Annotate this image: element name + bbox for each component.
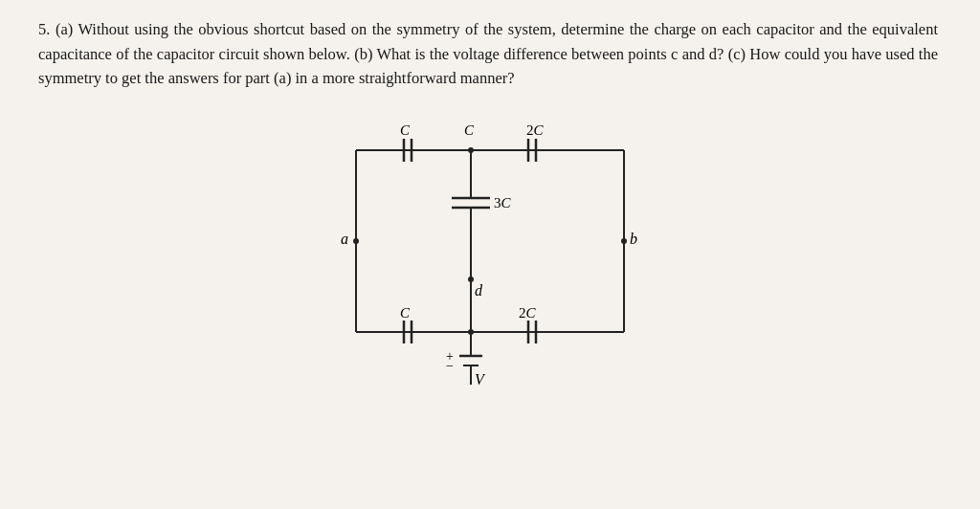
node-b-label: b	[630, 231, 637, 247]
node-d-label: d	[475, 282, 483, 299]
question-text: 5. (a) Without using the obvious shortcu…	[38, 17, 938, 91]
circuit-area: a b C 2C	[38, 112, 942, 389]
question-number: 5.	[38, 20, 50, 38]
question-body: (a) Without using the obvious shortcut b…	[38, 20, 938, 87]
minus-label: −	[446, 359, 454, 373]
voltage-label: V	[475, 371, 486, 387]
cap-C-top-middle-label: C	[464, 122, 475, 138]
page: 5. (a) Without using the obvious shortcu…	[0, 0, 980, 509]
cap-2C-bottom-right-label: 2C	[519, 305, 537, 321]
circuit-diagram: a b C 2C	[327, 112, 653, 389]
svg-point-5	[621, 238, 627, 244]
cap-3C-label: 3C	[494, 195, 512, 210]
cap-2C-top-right-label: 2C	[526, 122, 545, 138]
svg-point-4	[353, 238, 359, 244]
cap-C-top-left-label: C	[400, 122, 411, 138]
node-a-label: a	[341, 231, 348, 247]
cap-C-bottom-left-label: C	[400, 305, 411, 321]
